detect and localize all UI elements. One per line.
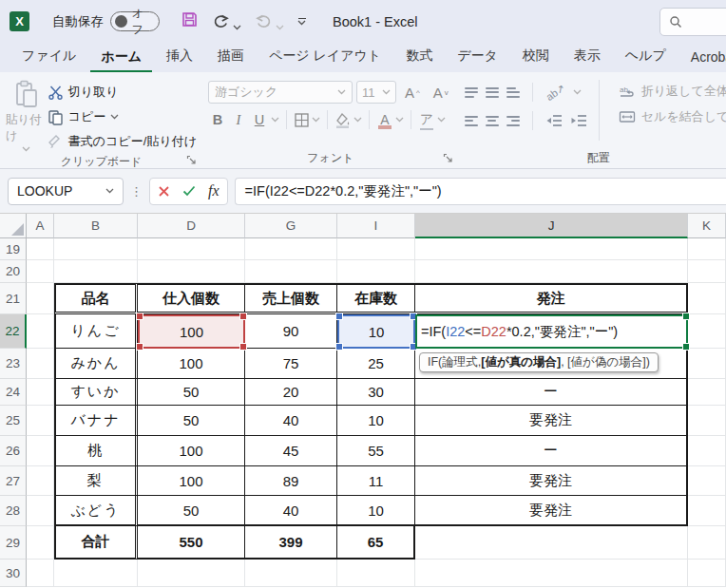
cut-button[interactable]: 切り取り	[48, 80, 197, 104]
cell-D27[interactable]: 100	[138, 466, 245, 496]
cell-I26[interactable]: 55	[337, 436, 415, 466]
tab-ヘルプ[interactable]: ヘルプ	[615, 43, 677, 72]
tab-表示[interactable]: 表示	[564, 43, 611, 72]
cell-K26[interactable]	[688, 436, 726, 466]
cell-J21[interactable]: 発注	[415, 283, 688, 314]
col-header-I[interactable]: I	[337, 214, 415, 238]
borders-icon[interactable]	[294, 112, 310, 128]
selection-handle[interactable]	[683, 313, 689, 319]
insert-function-icon[interactable]: fx	[208, 182, 220, 199]
bold-button[interactable]: B	[208, 112, 227, 127]
merge-center-button[interactable]: セルを結合して中央	[619, 108, 726, 125]
cell-A21[interactable]	[27, 283, 54, 314]
cell-B29[interactable]: 合計	[54, 526, 138, 560]
cell-G20[interactable]	[245, 260, 337, 283]
align-right-icon[interactable]	[506, 116, 520, 126]
cell-J20[interactable]	[415, 260, 688, 283]
cell-G24[interactable]: 20	[245, 379, 337, 406]
row-header-24[interactable]: 24	[0, 379, 27, 406]
orientation-icon[interactable]: ab↗	[544, 82, 567, 104]
cell-A30[interactable]	[27, 560, 54, 587]
col-header-B[interactable]: B	[54, 214, 138, 238]
cell-K27[interactable]	[688, 466, 726, 496]
formula-bar-splitter[interactable]: ⋮	[130, 184, 143, 199]
enter-icon[interactable]	[182, 185, 196, 197]
cell-B20[interactable]	[54, 260, 138, 283]
cell-G22[interactable]: 90	[245, 314, 337, 349]
cell-J25[interactable]: 要発注	[415, 406, 688, 436]
phonetic-guide-icon[interactable]: ア	[418, 111, 435, 128]
cell-D21[interactable]: 仕入個数	[138, 283, 245, 314]
cell-I25[interactable]: 10	[337, 406, 415, 436]
reference-handle[interactable]	[240, 313, 246, 319]
cell-I19[interactable]	[337, 238, 415, 260]
underline-button[interactable]: U	[250, 112, 269, 127]
increase-indent-icon[interactable]	[570, 114, 587, 127]
customize-qat-icon[interactable]	[297, 18, 306, 26]
cell-J22[interactable]: =IF(I22<=D22*0.2,"要発注","ー")	[415, 314, 688, 349]
cell-D24[interactable]: 50	[138, 379, 245, 406]
cell-I30[interactable]	[337, 560, 415, 587]
italic-button[interactable]: I	[229, 112, 248, 128]
col-header-A[interactable]: A	[27, 214, 54, 238]
cell-K25[interactable]	[688, 406, 726, 436]
cell-I24[interactable]: 30	[337, 379, 415, 406]
cell-J26[interactable]: ー	[415, 436, 688, 466]
row-header-25[interactable]: 25	[0, 406, 27, 436]
cell-G19[interactable]	[245, 238, 337, 260]
tab-ページ レイアウト[interactable]: ページ レイアウト	[258, 43, 392, 72]
cell-G23[interactable]: 75	[245, 349, 337, 379]
cell-I27[interactable]: 11	[337, 466, 415, 496]
row-header-28[interactable]: 28	[0, 496, 27, 526]
col-header-J[interactable]: J	[415, 214, 688, 238]
cell-B23[interactable]: みかん	[54, 349, 138, 379]
tab-データ[interactable]: データ	[447, 43, 508, 72]
reference-handle[interactable]	[137, 344, 143, 350]
cell-G28[interactable]: 40	[245, 496, 337, 526]
cell-A26[interactable]	[27, 436, 54, 466]
row-header-27[interactable]: 27	[0, 466, 27, 496]
autosave-toggle[interactable]: オフ	[110, 11, 160, 31]
cell-K28[interactable]	[688, 496, 726, 526]
reference-handle[interactable]	[336, 344, 342, 350]
cell-B25[interactable]: バナナ	[54, 406, 138, 436]
cell-D20[interactable]	[138, 260, 245, 283]
cell-K29[interactable]	[688, 526, 726, 560]
row-header-20[interactable]: 20	[0, 260, 27, 283]
cell-K23[interactable]	[688, 349, 726, 379]
cell-A19[interactable]	[27, 238, 54, 260]
cell-J19[interactable]	[415, 238, 688, 260]
cell-D29[interactable]: 550	[138, 526, 245, 560]
cell-K30[interactable]	[688, 560, 726, 587]
cell-I29[interactable]: 65	[337, 526, 415, 560]
cell-I23[interactable]: 25	[337, 349, 415, 379]
search-box[interactable]	[659, 8, 726, 36]
increase-font-size-button[interactable]: A^	[400, 85, 425, 101]
cell-G30[interactable]	[245, 560, 337, 587]
cell-D28[interactable]: 50	[138, 496, 245, 526]
tab-ファイル[interactable]: ファイル	[11, 43, 86, 72]
cell-A23[interactable]	[27, 349, 54, 379]
name-box[interactable]: LOOKUP	[8, 178, 124, 205]
cell-I28[interactable]: 10	[337, 496, 415, 526]
row-header-19[interactable]: 19	[0, 238, 27, 260]
cell-B19[interactable]	[54, 238, 138, 260]
cell-B30[interactable]	[54, 560, 138, 587]
cell-A27[interactable]	[27, 466, 54, 496]
cell-K24[interactable]	[688, 379, 726, 406]
cell-B26[interactable]: 桃	[54, 436, 138, 466]
font-name-select[interactable]: 游ゴシック	[208, 81, 353, 104]
cell-K21[interactable]	[688, 283, 726, 314]
cell-D30[interactable]	[138, 560, 245, 587]
decrease-indent-icon[interactable]	[545, 114, 563, 127]
cell-B27[interactable]: 梨	[54, 466, 138, 496]
formula-input[interactable]: =IF(I22<=D22*0.2,"要発注","ー")	[235, 178, 726, 205]
cell-A22[interactable]	[27, 314, 54, 349]
cell-D22[interactable]: 100	[138, 314, 245, 349]
cell-B22[interactable]: りんご	[54, 314, 138, 349]
align-middle-icon[interactable]	[486, 87, 499, 98]
cell-J27[interactable]: 要発注	[415, 466, 688, 496]
cell-B28[interactable]: ぶどう	[54, 496, 138, 526]
cell-J28[interactable]: 要発注	[415, 496, 688, 526]
save-icon[interactable]	[181, 10, 199, 32]
